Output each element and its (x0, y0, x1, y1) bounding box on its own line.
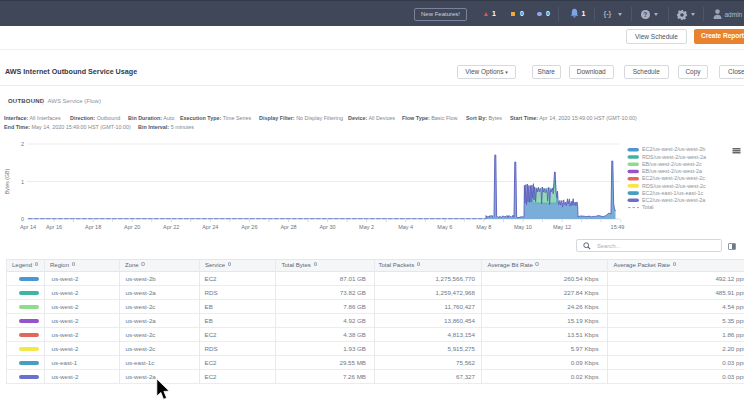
svg-text:Apr 28: Apr 28 (280, 224, 296, 230)
svg-text:15:49: 15:49 (611, 224, 625, 230)
svg-text:Apr 14: Apr 14 (20, 224, 36, 230)
svg-text:0: 0 (21, 216, 24, 222)
svg-text:Apr 16: Apr 16 (46, 224, 62, 230)
svg-text:EB/us-west-2/us-west-2c: EB/us-west-2/us-west-2c (642, 161, 702, 167)
svg-text:Apr 24: Apr 24 (202, 224, 218, 230)
svg-text:Apr 30: Apr 30 (319, 224, 335, 230)
svg-text:May 10: May 10 (514, 224, 532, 230)
svg-text:Total: Total (642, 204, 653, 210)
svg-text:EC2/us-west-2/us-west-2a: EC2/us-west-2/us-west-2a (642, 197, 705, 203)
svg-text:EC2/us-east-1/us-east-1c: EC2/us-east-1/us-east-1c (642, 190, 703, 196)
svg-text:May 2: May 2 (359, 224, 374, 230)
svg-text:EC2/us-west-2/us-west-2c: EC2/us-west-2/us-west-2c (642, 175, 705, 181)
svg-text:2: 2 (21, 141, 24, 147)
svg-text:May 6: May 6 (437, 224, 452, 230)
svg-text:May 4: May 4 (398, 224, 413, 230)
svg-text:Apr 22: Apr 22 (163, 224, 179, 230)
svg-text:Apr 26: Apr 26 (241, 224, 257, 230)
svg-text:1: 1 (21, 179, 24, 185)
svg-text:Apr 20: Apr 20 (124, 224, 140, 230)
svg-text:RDS/us-west-2/us-west-2a: RDS/us-west-2/us-west-2a (642, 154, 706, 160)
svg-text:EB/us-west-2/us-west-2a: EB/us-west-2/us-west-2a (642, 168, 702, 174)
svg-text:Apr 18: Apr 18 (85, 224, 101, 230)
svg-text:May 12: May 12 (553, 224, 571, 230)
svg-text:EC2/us-west-2/us-west-2b: EC2/us-west-2/us-west-2b (642, 146, 705, 152)
svg-text:Bytes (GB): Bytes (GB) (4, 169, 10, 195)
svg-text:RDS/us-west-2/us-west-2c: RDS/us-west-2/us-west-2c (642, 183, 706, 189)
svg-text:May 8: May 8 (476, 224, 491, 230)
